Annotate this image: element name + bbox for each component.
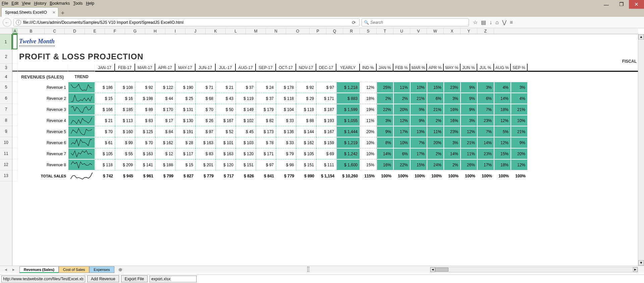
select-all-corner[interactable] [0, 28, 12, 34]
revenue-3-m10[interactable]: $ 104 [276, 104, 296, 115]
revenue-6-m9[interactable]: $ 78 [256, 137, 276, 148]
month-header-MAR17[interactable]: MAR-17 [135, 64, 155, 72]
revenue-label-6[interactable]: Revenue 6 [18, 137, 68, 148]
revenue-8-pct7[interactable]: 17% [477, 159, 494, 170]
revenue-4-m10[interactable]: $ 33 [276, 115, 296, 126]
cell-A3[interactable] [12, 64, 18, 72]
revenue-1-pct2[interactable]: 11% [393, 82, 410, 93]
revenue-3-m7[interactable]: $ 50 [216, 104, 236, 115]
col-header-W[interactable]: W [427, 28, 444, 34]
revenue-4-pct9[interactable]: 10% [511, 115, 528, 126]
month-header-JUN[interactable]: JUN % [461, 64, 477, 72]
revenue-4-ind[interactable]: 11% [360, 115, 377, 126]
total-pct9[interactable]: 100% [511, 170, 528, 181]
revenue-8-m4[interactable]: $ 188 [155, 159, 175, 170]
revenue-label-2[interactable]: Revenue 2 [18, 93, 68, 104]
revenue-3-m12[interactable]: $ 187 [316, 104, 336, 115]
revenue-4-yearly[interactable]: $ 1,055 [336, 115, 360, 126]
col-header-A[interactable]: A [12, 28, 18, 34]
col-header-Y[interactable]: Y [461, 28, 477, 34]
revenue-6-m12[interactable]: $ 159 [316, 137, 336, 148]
revenue-7-m1[interactable]: $ 105 [95, 148, 115, 159]
revenue-8-pct9[interactable]: 12% [511, 159, 528, 170]
revenue-8-pct3[interactable]: 15% [410, 159, 427, 170]
revenue-7-pct8[interactable]: 15% [494, 148, 511, 159]
revenue-6-pct5[interactable]: 3% [444, 137, 461, 148]
col-header-H[interactable]: H [145, 28, 165, 34]
revenue-1-m10[interactable]: $ 178 [276, 82, 296, 93]
total-m3[interactable]: $ 961 [135, 170, 155, 181]
col-header-C[interactable]: C [45, 28, 65, 34]
revenue-6-pct2[interactable]: 10% [393, 137, 410, 148]
revenue-2-pct1[interactable]: 2% [377, 93, 393, 104]
revenue-2-yearly[interactable]: $ 883 [336, 93, 360, 104]
revenue-3-pct2[interactable]: 20% [393, 104, 410, 115]
row-header-10[interactable]: 10 [0, 137, 12, 148]
vertical-scrollbar[interactable]: ▲ ▼ [638, 34, 644, 266]
revenue-6-pct3[interactable]: 7% [410, 137, 427, 148]
revenue-4-m7[interactable]: $ 167 [216, 115, 236, 126]
col-header-B[interactable]: B [18, 28, 45, 34]
revenue-5-pct9[interactable]: 21% [511, 126, 528, 137]
revenue-1-m5[interactable]: $ 190 [175, 82, 196, 93]
revenue-3-m4[interactable]: $ 170 [155, 104, 175, 115]
revenue-8-m10[interactable]: $ 98 [276, 159, 296, 170]
revenue-5-pct4[interactable]: 11% [427, 126, 444, 137]
menu-icon[interactable]: ≡ [510, 19, 513, 25]
revenue-5-pct5[interactable]: 23% [444, 126, 461, 137]
row-header-9[interactable]: 9 [0, 126, 12, 137]
revenue-label-5[interactable]: Revenue 5 [18, 126, 68, 137]
cell-A12[interactable] [12, 159, 18, 170]
revenue-1-m1[interactable]: $ 186 [95, 82, 115, 93]
revenue-7-m12[interactable]: $ 69 [316, 148, 336, 159]
col-header-R[interactable]: R [343, 28, 360, 34]
revenue-3-pct5[interactable]: 16% [444, 104, 461, 115]
total-pct3[interactable]: 100% [410, 170, 427, 181]
col-header-I[interactable]: I [165, 28, 185, 34]
menu-edit[interactable]: Edit [11, 1, 18, 6]
revenue-2-pct5[interactable]: 3% [444, 93, 461, 104]
revenue-5-m2[interactable]: $ 160 [115, 126, 135, 137]
revenue-4-pct7[interactable]: 23% [477, 115, 494, 126]
revenue-1-pct4[interactable]: 15% [427, 82, 444, 93]
revenue-8-m8[interactable]: $ 151 [236, 159, 256, 170]
revenue-7-pct5[interactable]: 14% [444, 148, 461, 159]
cell-C3[interactable] [68, 64, 95, 72]
revenue-1-pct9[interactable]: 3% [511, 82, 528, 93]
revenue-8-pct6[interactable]: 26% [461, 159, 477, 170]
cell-B3[interactable] [18, 64, 68, 72]
sheet-nav-first[interactable]: ◄ [2, 268, 10, 272]
sheet-nav-next[interactable]: ► [10, 268, 17, 272]
row-header-8[interactable]: 8 [0, 115, 12, 126]
revenue-2-pct2[interactable]: 2% [393, 93, 410, 104]
revenue-4-m2[interactable]: $ 113 [115, 115, 135, 126]
revenue-3-yearly[interactable]: $ 1,599 [336, 104, 360, 115]
month-header-MAY17[interactable]: MAY-17 [175, 64, 196, 72]
revenue-5-pct2[interactable]: 17% [393, 126, 410, 137]
col-header-D[interactable]: D [65, 28, 85, 34]
total-pct7[interactable]: 100% [477, 170, 494, 181]
tab-scroll-split[interactable] [307, 267, 309, 272]
col-header-G[interactable]: G [125, 28, 145, 34]
cell-A2[interactable] [12, 50, 18, 64]
month-header-JUL17[interactable]: JUL-17 [216, 64, 236, 72]
url-input[interactable] [23, 20, 351, 25]
revenue-7-pct7[interactable]: 23% [477, 148, 494, 159]
revenue-6-m6[interactable]: $ 163 [196, 137, 216, 148]
revenue-5-ind[interactable]: 20% [360, 126, 377, 137]
revenue-label-4[interactable]: Revenue 4 [18, 115, 68, 126]
revenue-1-pct8[interactable]: 4% [494, 82, 511, 93]
revenue-2-pct8[interactable]: 14% [494, 93, 511, 104]
revenue-7-pct6[interactable]: 11% [461, 148, 477, 159]
month-header-OCT17[interactable]: OCT-17 [276, 64, 296, 72]
total-m6[interactable]: $ 779 [196, 170, 216, 181]
revenue-6-ind[interactable]: 10% [360, 137, 377, 148]
revenue-1-pct6[interactable]: 9% [461, 82, 477, 93]
revenue-2-m3[interactable]: $ 198 [135, 93, 155, 104]
revenue-1-m9[interactable]: $ 24 [256, 82, 276, 93]
revenue-7-pct4[interactable]: 2% [427, 148, 444, 159]
import-url-input[interactable] [1, 276, 85, 282]
revenue-6-pct6[interactable]: 21% [461, 137, 477, 148]
revenue-5-m12[interactable]: $ 167 [316, 126, 336, 137]
revenue-6-pct7[interactable]: 14% [477, 137, 494, 148]
